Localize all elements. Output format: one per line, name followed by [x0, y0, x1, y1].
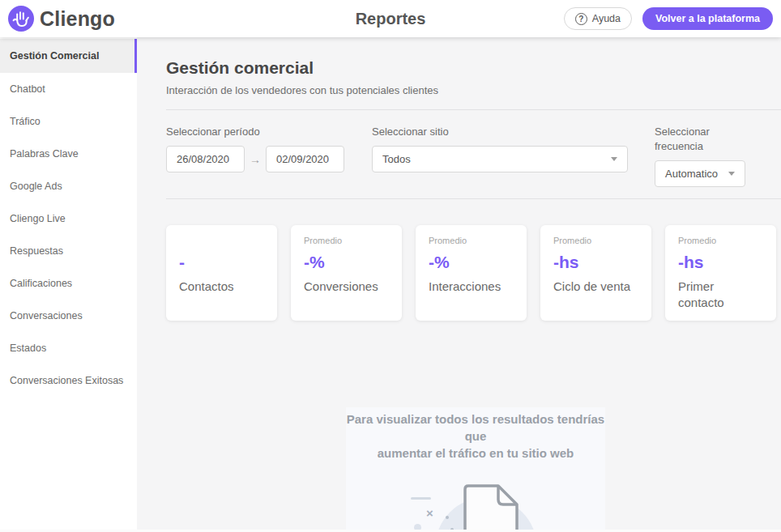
back-to-platform-button[interactable]: Volver a la plataforma [642, 7, 773, 30]
sidebar-item-gesti-n-comercial[interactable]: Gestión Comercial [0, 39, 137, 73]
stat-card-header [179, 236, 264, 247]
sidebar-item-label: Tráfico [10, 116, 41, 127]
sidebar-item-label: Google Ads [10, 181, 62, 192]
sidebar-item-label: Gestión Comercial [10, 50, 99, 62]
page-header-title: Reportes [356, 10, 426, 28]
sidebar-item-label: Estados [10, 343, 46, 354]
sidebar-item-label: Calificaciones [10, 278, 72, 289]
stat-card-label: Conversiones [304, 279, 389, 295]
chevron-down-icon [611, 157, 617, 161]
help-button[interactable]: ? Ayuda [564, 7, 632, 30]
stat-card-value: - [179, 253, 264, 272]
period-filter: Seleccionar período → [166, 125, 344, 172]
decor-dash [411, 497, 431, 500]
document-icon [459, 483, 519, 532]
stat-card: Promedio -% Interacciones [416, 225, 527, 321]
sidebar-item-conversaciones[interactable]: Conversaciones [0, 300, 137, 332]
stat-card-value: -hs [678, 253, 763, 272]
period-to-input[interactable] [266, 146, 344, 172]
sidebar-item-label: Conversaciones Exitosas [10, 375, 123, 386]
period-from-input[interactable] [166, 146, 245, 172]
stat-card-label: Primer contacto [678, 279, 763, 312]
sidebar-item-label: Cliengo Live [10, 213, 66, 224]
stat-card-header: Promedio [429, 236, 514, 247]
sidebar-item-conversaciones-exitosas[interactable]: Conversaciones Exitosas [0, 364, 137, 397]
site-filter: Seleccionar sitio Todos [372, 125, 628, 172]
sidebar-item-estados[interactable]: Estados [0, 332, 137, 364]
brand-name: Cliengo [40, 7, 115, 31]
sidebar-item-calificaciones[interactable]: Calificaciones [0, 267, 137, 300]
stat-card-value: -% [304, 253, 389, 272]
empty-state-message: Para visualizar todos los resultados ten… [346, 411, 605, 462]
top-header: Cliengo Reportes ? Ayuda Volver a la pla… [0, 0, 781, 37]
stat-card-value: -hs [553, 253, 638, 272]
frequency-filter: Seleccionar frecuencia Automatico [655, 125, 745, 187]
stat-card: Promedio -hs Ciclo de venta [540, 225, 651, 321]
stat-card-label: Ciclo de venta [553, 279, 638, 295]
empty-state-panel: Para visualizar todos los resultados ten… [346, 407, 605, 532]
help-button-label: Ayuda [592, 13, 621, 24]
frequency-select[interactable]: Automatico [655, 160, 745, 187]
stat-card-header: Promedio [678, 236, 763, 247]
stat-card-value: -% [429, 253, 514, 272]
site-filter-label: Seleccionar sitio [372, 125, 628, 139]
section-title: Gestión comercial [166, 58, 781, 78]
decor-dot [446, 516, 449, 519]
divider [166, 198, 781, 199]
arrow-right-icon: → [245, 153, 266, 166]
stat-card-header: Promedio [553, 236, 638, 247]
stat-card: Promedio -hs Primer contacto [665, 225, 776, 321]
question-mark-icon: ? [575, 13, 587, 25]
sidebar-item-tr-fico[interactable]: Tráfico [0, 105, 137, 138]
site-select-value: Todos [382, 153, 411, 165]
stats-row: - Contactos Promedio -% Conversiones Pro… [166, 225, 781, 321]
sidebar-item-label: Conversaciones [10, 310, 83, 321]
waving-hand-icon [8, 6, 34, 32]
sidebar-item-label: Respuestas [10, 245, 63, 257]
sidebar-item-label: Palabras Clave [10, 148, 79, 160]
main-content: Gestión comercial Interacción de los ven… [137, 37, 781, 532]
sidebar-item-chatbot[interactable]: Chatbot [0, 73, 137, 105]
empty-state-illustration: × × [346, 483, 605, 532]
cliengo-logo[interactable]: Cliengo [8, 6, 115, 32]
stat-card-label: Contactos [179, 279, 264, 295]
period-filter-label: Seleccionar período [166, 125, 344, 139]
stat-card: Promedio -% Conversiones [291, 225, 402, 321]
frequency-filter-label: Seleccionar frecuencia [655, 125, 723, 154]
chevron-down-icon [728, 172, 735, 176]
stat-card-label: Interacciones [429, 279, 514, 295]
divider [166, 109, 781, 110]
sidebar-nav: Gestión Comercial Chatbot Tráfico Palabr… [0, 37, 137, 532]
decor-x-icon: × [426, 507, 433, 519]
sidebar-item-google-ads[interactable]: Google Ads [0, 170, 137, 202]
stat-card-header: Promedio [304, 236, 389, 247]
sidebar-item-palabras-clave[interactable]: Palabras Clave [0, 138, 137, 170]
site-select[interactable]: Todos [372, 146, 628, 172]
sidebar-item-cliengo-live[interactable]: Cliengo Live [0, 202, 137, 235]
filters-row: Seleccionar período → Seleccionar sitio … [166, 125, 781, 187]
stat-card: - Contactos [166, 225, 277, 321]
section-subtitle: Interacción de los vendedores con tus po… [166, 84, 781, 96]
sidebar-item-label: Chatbot [10, 83, 45, 95]
sidebar-item-respuestas[interactable]: Respuestas [0, 235, 137, 267]
frequency-select-value: Automatico [665, 168, 718, 180]
